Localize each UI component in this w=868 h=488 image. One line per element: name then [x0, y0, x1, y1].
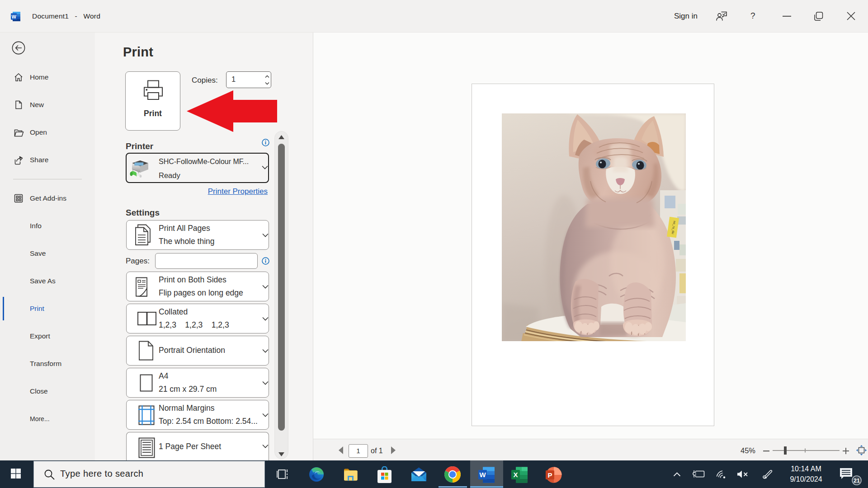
svg-text:21: 21 [854, 478, 860, 484]
svg-text:P: P [547, 471, 552, 479]
svg-text:X: X [513, 471, 518, 479]
svg-text:W: W [479, 471, 486, 479]
svg-text:W: W [11, 14, 16, 19]
